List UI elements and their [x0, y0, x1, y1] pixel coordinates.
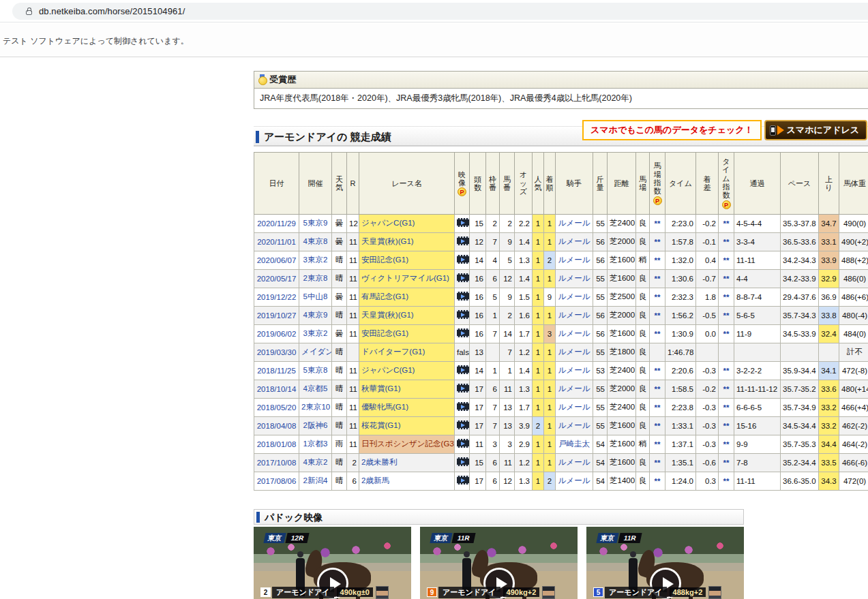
- date-link[interactable]: 2017/08/06: [257, 477, 297, 485]
- jockey-link[interactable]: ルメール: [558, 366, 590, 374]
- cell-horse-weight: 466(-6): [839, 453, 868, 472]
- venue-link[interactable]: 1京都3: [303, 440, 328, 448]
- cell-distance: 芝1600: [608, 453, 636, 472]
- race-link[interactable]: ジャパンC(G1): [361, 219, 415, 227]
- race-link[interactable]: 有馬記念(G1): [361, 292, 408, 301]
- race-link[interactable]: 桜花賞(G1): [361, 421, 401, 429]
- video-icon[interactable]: [457, 236, 470, 245]
- race-link[interactable]: 秋華賞(G1): [361, 384, 401, 393]
- paddock-video-thumbnail[interactable]: 東京11R5アーモンドアイ488kg+2: [586, 527, 744, 599]
- video-icon[interactable]: [457, 384, 470, 393]
- video-icon[interactable]: [457, 218, 470, 227]
- send-to-phone-button[interactable]: スマホにアドレス: [764, 120, 867, 140]
- date-link[interactable]: 2019/06/02: [257, 330, 297, 338]
- jockey-link[interactable]: ルメール: [558, 256, 590, 264]
- venue-link[interactable]: 4東京9: [303, 311, 328, 319]
- cell-favorite-rank: 1: [533, 214, 544, 232]
- date-link[interactable]: 2018/05/20: [257, 403, 297, 412]
- jockey-link[interactable]: ルメール: [558, 476, 590, 485]
- video-icon[interactable]: [457, 328, 470, 337]
- race-link[interactable]: 日刊スポシンザン記念(G3): [361, 440, 455, 448]
- date-link[interactable]: 2020/11/29: [257, 219, 296, 228]
- venue-link[interactable]: 4東京2: [303, 458, 328, 466]
- jockey-link[interactable]: ルメール: [558, 403, 590, 411]
- date-link[interactable]: 2020/06/07: [257, 256, 297, 264]
- cell-jockey-link: ルメール: [556, 361, 593, 380]
- address-bar[interactable]: db.netkeiba.com/horse/2015104961/: [12, 3, 868, 20]
- cell-field-size: 17: [470, 380, 486, 398]
- jockey-link[interactable]: ルメール: [558, 219, 590, 227]
- date-link[interactable]: 2020/11/01: [257, 238, 296, 246]
- venue-link[interactable]: 5東京9: [303, 219, 328, 227]
- venue-link[interactable]: 3東京2: [303, 256, 328, 264]
- venue-link[interactable]: 5東京8: [303, 366, 328, 374]
- race-link[interactable]: 2歳新馬: [361, 476, 389, 485]
- race-link[interactable]: 2歳未勝利: [361, 458, 397, 466]
- date-link[interactable]: 2018/01/08: [257, 440, 297, 448]
- cell-going: 良: [636, 472, 650, 490]
- video-icon[interactable]: [457, 310, 470, 319]
- race-link[interactable]: 優駿牝馬(G1): [361, 403, 408, 411]
- video-icon[interactable]: [457, 439, 470, 448]
- date-link[interactable]: 2017/10/08: [257, 459, 297, 467]
- venue-link[interactable]: 5中山8: [303, 292, 328, 301]
- venue-link[interactable]: 2阪神6: [303, 421, 328, 429]
- jockey-link[interactable]: 戸崎圭太: [558, 440, 590, 448]
- paddock-video-thumbnail[interactable]: 東京11R9アーモンドアイ490kg+2: [420, 527, 578, 599]
- race-link[interactable]: 安田記念(G1): [361, 256, 408, 264]
- video-icon[interactable]: [457, 255, 470, 264]
- jockey-link[interactable]: ルメール: [558, 458, 590, 466]
- jockey-link[interactable]: ルメール: [558, 421, 590, 429]
- video-icon[interactable]: [457, 402, 470, 411]
- cell-last-3f: 33.8: [819, 306, 839, 324]
- jockey-link[interactable]: ルメール: [558, 384, 590, 393]
- cell-favorite-rank: 1: [533, 435, 544, 453]
- result-row: 2017/08/062新潟4晴62歳新馬176121.312ルメール54芝140…: [254, 472, 868, 490]
- venue-link[interactable]: 2東京10: [301, 403, 330, 411]
- venue-link[interactable]: 2新潟4: [303, 476, 328, 485]
- lock-icon[interactable]: [26, 10, 32, 15]
- race-link[interactable]: 天皇賞(秋)(G1): [361, 237, 414, 245]
- jockey-link[interactable]: ルメール: [558, 348, 590, 356]
- jockey-link[interactable]: ルメール: [558, 237, 590, 245]
- jockey-link[interactable]: ルメール: [558, 329, 590, 337]
- date-link[interactable]: 2019/03/30: [257, 348, 297, 356]
- video-icon[interactable]: [457, 365, 470, 374]
- video-icon[interactable]: [457, 292, 470, 301]
- promo-check-text[interactable]: スマホでもこの馬のデータをチェック！: [582, 120, 762, 140]
- date-link[interactable]: 2018/10/14: [257, 385, 297, 393]
- video-icon[interactable]: [457, 476, 470, 485]
- date-link[interactable]: 2018/04/08: [257, 422, 297, 430]
- venue-link[interactable]: 4東京8: [303, 237, 328, 245]
- cell-venue-link: 2新潟4: [299, 472, 332, 490]
- paddock-video-thumbnail[interactable]: 東京12R2アーモンドアイ490kg±0: [254, 527, 411, 599]
- cell-field-size: 16: [470, 269, 486, 288]
- jockey-link[interactable]: ルメール: [558, 274, 590, 282]
- cell-time: 1:30.6: [665, 269, 696, 288]
- url-text[interactable]: db.netkeiba.com/horse/2015104961/: [39, 6, 185, 16]
- race-link[interactable]: 天皇賞(秋)(G1): [361, 311, 414, 319]
- date-link[interactable]: 2020/05/17: [257, 275, 297, 283]
- date-link[interactable]: 2019/12/22: [257, 293, 297, 301]
- cell-race-number: 11: [347, 380, 359, 398]
- cell-horse-weight: 486(0): [839, 269, 868, 288]
- venue-link[interactable]: メイダン: [301, 348, 332, 356]
- cell-weather: 晴: [332, 398, 347, 416]
- cell-passing-order: 11-11: [734, 251, 781, 269]
- video-icon[interactable]: [457, 457, 470, 466]
- date-link[interactable]: 2018/11/25: [257, 367, 296, 375]
- jockey-link[interactable]: ルメール: [558, 311, 590, 319]
- video-icon[interactable]: [457, 273, 470, 282]
- venue-link[interactable]: 3東京2: [303, 329, 328, 337]
- date-link[interactable]: 2019/10/27: [257, 311, 297, 320]
- race-link[interactable]: ヴィクトリアマイル(G1): [361, 274, 449, 282]
- venue-link[interactable]: 4京都5: [303, 384, 328, 393]
- video-icon[interactable]: [457, 420, 470, 429]
- cell-finish-position: 1: [544, 269, 556, 288]
- jockey-link[interactable]: ルメール: [558, 292, 590, 301]
- race-link[interactable]: ドバイターフ(G1): [361, 348, 425, 356]
- race-link[interactable]: 安田記念(G1): [361, 329, 408, 337]
- venue-link[interactable]: 2東京8: [303, 274, 328, 282]
- cell-date-link: 2020/05/17: [254, 269, 299, 288]
- race-link[interactable]: ジャパンC(G1): [361, 366, 415, 374]
